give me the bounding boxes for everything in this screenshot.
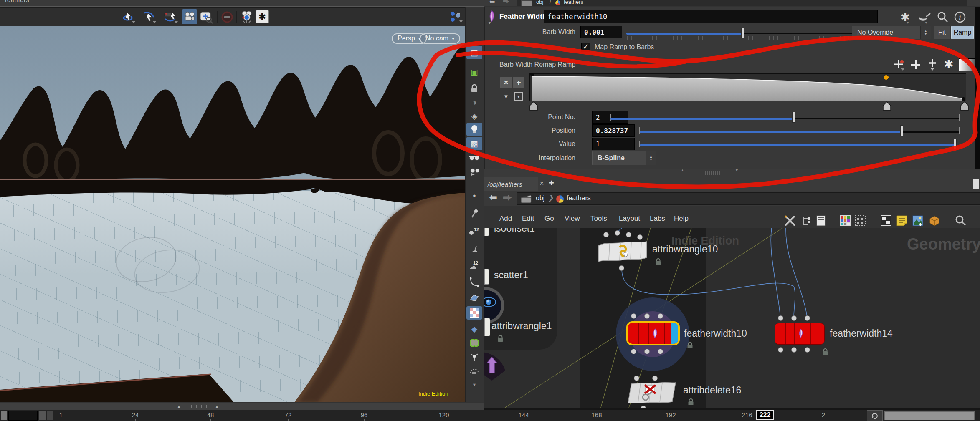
value-field[interactable]: 1 bbox=[592, 138, 635, 150]
tab-new-icon[interactable]: + bbox=[549, 178, 554, 189]
node-label-featherwidth14[interactable]: featherwidth14 bbox=[830, 328, 893, 339]
ghost-glasses-play-icon[interactable] bbox=[466, 165, 482, 179]
point-numbers-icon[interactable]: 12 bbox=[466, 224, 482, 238]
menu-view[interactable]: View bbox=[565, 214, 580, 223]
menu-go[interactable]: Go bbox=[544, 214, 554, 223]
ramp-gear-icon[interactable]: ✱ bbox=[942, 58, 955, 71]
node-input-dot[interactable] bbox=[791, 315, 797, 321]
point-no-slider-handle[interactable] bbox=[792, 112, 795, 123]
info-icon[interactable]: i bbox=[954, 11, 966, 23]
map-ramp-checkbox[interactable]: ✓ bbox=[581, 43, 590, 52]
hide-objects-icon[interactable] bbox=[220, 10, 234, 24]
ramp-button[interactable]: Ramp bbox=[951, 26, 974, 39]
uv-overlap-icon[interactable] bbox=[466, 336, 482, 350]
select-tool-icon[interactable] bbox=[143, 10, 156, 24]
breadcrumb-feathers[interactable]: feathers bbox=[567, 194, 591, 202]
ramp-export-icon[interactable]: ▼ bbox=[513, 91, 524, 102]
menu-layout[interactable]: Layout bbox=[619, 214, 640, 223]
splitter-down-icon[interactable]: ▼ bbox=[735, 168, 739, 172]
node-output-dot[interactable] bbox=[791, 347, 797, 353]
asset-box-icon[interactable] bbox=[929, 215, 940, 227]
color-palette-grid-icon[interactable] bbox=[839, 215, 851, 227]
node-input-dot[interactable] bbox=[644, 313, 650, 319]
gear-menu-icon[interactable]: ✱ bbox=[899, 11, 912, 23]
timeline-frame-field[interactable] bbox=[8, 411, 38, 421]
view-grid-icon[interactable]: ▦ bbox=[466, 46, 482, 59]
node-input-dot[interactable] bbox=[631, 313, 636, 319]
pane-splitter[interactable]: ▲ ▼ bbox=[484, 169, 980, 178]
node-name-field[interactable]: featherwidth10 bbox=[544, 10, 878, 23]
ramp-marker-1[interactable] bbox=[959, 101, 970, 111]
network-editor[interactable]: Indie Edition Geometry isooffset1 scatte… bbox=[484, 228, 980, 409]
node-input-dot[interactable] bbox=[626, 232, 631, 237]
pane-maximize-icon[interactable] bbox=[973, 179, 979, 189]
node-output-dot[interactable] bbox=[778, 347, 783, 353]
clipped-node-body[interactable] bbox=[484, 318, 490, 336]
node-label-attribwrangle10[interactable]: attribwrangle10 bbox=[652, 244, 718, 255]
ramp-point-end-dot[interactable] bbox=[962, 97, 965, 101]
viewport-3d[interactable]: Persp▼ No cam▼ Indie Edition bbox=[0, 26, 465, 402]
visualizer-arc-icon[interactable] bbox=[466, 365, 482, 378]
ramp-marker-0[interactable] bbox=[528, 101, 539, 111]
scrub-grip[interactable] bbox=[188, 405, 208, 408]
select-mode-icon[interactable]: ▣ bbox=[466, 65, 482, 78]
tab-close-icon[interactable]: ✕ bbox=[539, 180, 544, 187]
node-input-dot[interactable] bbox=[805, 315, 810, 321]
no-cam-pill[interactable]: No cam▼ bbox=[420, 33, 460, 44]
forward-arrow-icon-sliver[interactable]: ⮕ bbox=[503, 0, 509, 5]
node-output-dot[interactable] bbox=[805, 347, 810, 353]
zoom-region-icon[interactable] bbox=[200, 10, 213, 24]
ramp-point-selected-dot[interactable] bbox=[884, 75, 889, 80]
shade-headlight-icon[interactable]: ◑ bbox=[466, 96, 482, 109]
point-trail-icon[interactable] bbox=[466, 207, 482, 220]
ramp-add-point-icon[interactable] bbox=[909, 58, 922, 71]
menu-tools[interactable]: Tools bbox=[590, 214, 607, 223]
value-slider-handle[interactable] bbox=[954, 139, 957, 149]
node-attribwrangle10[interactable] bbox=[596, 239, 649, 264]
clipped-node-body[interactable] bbox=[484, 228, 489, 236]
prim-numbers-icon[interactable]: 12 bbox=[466, 259, 482, 272]
toolbar-more-icon[interactable]: ▼ bbox=[466, 378, 482, 391]
ramp-widget[interactable] bbox=[529, 73, 966, 101]
display-layout-icon[interactable] bbox=[880, 215, 892, 227]
ramp-delete-point-button[interactable]: ✕ bbox=[500, 77, 512, 88]
shape-palette-icon[interactable] bbox=[854, 215, 866, 227]
node-input-dot[interactable] bbox=[615, 230, 620, 236]
ramp-collapse-icon[interactable]: ▼ bbox=[500, 91, 512, 102]
node-label-scatter1[interactable]: scatter1 bbox=[494, 270, 528, 281]
list-view-icon[interactable] bbox=[815, 215, 827, 227]
splitter-up-icon[interactable]: ▲ bbox=[681, 168, 684, 172]
path-field[interactable]: obj ❯ feathers ▼ bbox=[517, 192, 980, 205]
diamond-handle-icon[interactable]: ◆ bbox=[466, 322, 482, 335]
node-input-dot[interactable] bbox=[634, 376, 639, 381]
tree-view-icon[interactable] bbox=[801, 215, 813, 227]
timeline-bar[interactable] bbox=[0, 410, 980, 421]
menu-add[interactable]: Add bbox=[499, 214, 512, 223]
node-featherwidth10[interactable] bbox=[626, 321, 680, 345]
nav-forward-icon[interactable]: ⮕ bbox=[503, 192, 512, 203]
ramp-add-below-icon[interactable] bbox=[926, 58, 939, 71]
ramp-marker-selected[interactable] bbox=[881, 101, 892, 111]
material-diamond-icon[interactable]: ◈ bbox=[466, 109, 482, 123]
path-feathers-text[interactable]: feathers bbox=[564, 0, 583, 5]
flipbook-fly-icon[interactable] bbox=[240, 10, 253, 24]
display-glasses-icon[interactable] bbox=[466, 151, 482, 164]
position-slider-handle[interactable] bbox=[900, 125, 903, 136]
wire-prongs-icon[interactable] bbox=[466, 350, 482, 364]
node-attribdelete16[interactable] bbox=[625, 381, 678, 405]
spinner-arrows-icon[interactable]: ▲▼ bbox=[920, 26, 931, 39]
uv-checker-icon[interactable] bbox=[466, 306, 482, 320]
spinner-arrows-icon[interactable]: ▲▼ bbox=[646, 151, 656, 165]
timeline-widget-a[interactable] bbox=[39, 411, 46, 420]
node-output-dot[interactable] bbox=[658, 349, 663, 354]
back-arrow-icon-sliver[interactable]: ⬅ bbox=[489, 0, 495, 5]
fit-button[interactable]: Fit bbox=[934, 26, 950, 39]
tab-obj-feathers[interactable]: /obj/feathers bbox=[484, 177, 538, 191]
node-output-dot[interactable] bbox=[619, 265, 624, 271]
path-sliver-field[interactable] bbox=[517, 0, 967, 6]
current-frame-box[interactable]: 222 bbox=[756, 410, 774, 420]
node-input-dot[interactable] bbox=[603, 232, 609, 237]
ramp-edit-cursor-icon[interactable] bbox=[893, 58, 905, 71]
menu-labs[interactable]: Labs bbox=[650, 214, 665, 223]
background-image-icon[interactable] bbox=[912, 215, 924, 227]
